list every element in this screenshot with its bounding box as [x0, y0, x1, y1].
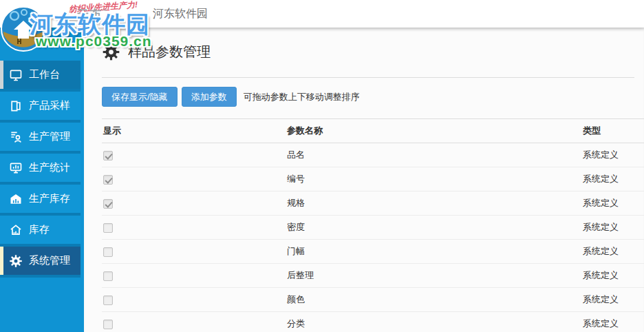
topbar: 纺织业先进生产力! 云布™ 河东软件园	[0, 0, 644, 28]
table-row[interactable]: 后整理 系统定义	[102, 264, 644, 288]
table-row[interactable]: 门幅 系统定义	[102, 240, 644, 264]
page-title: 样品参数管理	[128, 41, 211, 62]
parameters-table: 显示 参数名称 类型 品名 系统定义 编号 系统定义 规格	[102, 118, 644, 332]
param-name: 分类	[286, 312, 581, 332]
sidebar: 工作台 产品采样 生产管理	[0, 28, 84, 332]
gear-icon	[9, 254, 23, 268]
parameters-table-wrap: 显示 参数名称 类型 品名 系统定义 编号 系统定义 规格	[102, 118, 644, 332]
drag-hint-text: 可拖动参数上下移动调整排序	[244, 91, 360, 103]
sidebar-item-production-inventory[interactable]: 生产库存	[0, 185, 80, 216]
selection-marker	[0, 123, 3, 151]
warehouse-icon	[9, 192, 23, 206]
sidebar-item-label: 工作台	[29, 68, 60, 81]
home-icon	[9, 223, 23, 237]
selection-marker	[0, 216, 3, 244]
param-name: 密度	[286, 216, 581, 240]
table-row[interactable]: 密度 系统定义	[102, 216, 644, 240]
trademark-mark: ™	[102, 8, 108, 14]
param-name: 品名	[286, 143, 581, 167]
sidebar-item-production-management[interactable]: 生产管理	[0, 123, 80, 154]
sidebar-item-production-statistics[interactable]: 生产统计	[0, 154, 80, 185]
param-type: 系统定义	[581, 191, 644, 216]
gear-icon	[102, 43, 120, 61]
table-row[interactable]: 规格 系统定义	[102, 191, 644, 216]
sidebar-item-label: 生产管理	[29, 130, 70, 143]
selection-marker	[0, 61, 3, 89]
sidebar-item-system-management[interactable]: 系统管理	[0, 247, 80, 278]
app-logo-text: 云布™	[77, 6, 108, 22]
sidebar-item-label: 生产统计	[29, 161, 70, 174]
param-name: 颜色	[286, 288, 581, 312]
param-name: 编号	[286, 167, 581, 191]
sidebar-item-workbench[interactable]: 工作台	[0, 61, 80, 92]
table-row[interactable]: 品名 系统定义	[102, 143, 644, 167]
param-type: 系统定义	[581, 216, 644, 240]
chart-monitor-icon	[9, 161, 23, 175]
row-checkbox[interactable]	[103, 320, 113, 329]
param-type: 系统定义	[581, 240, 644, 264]
row-checkbox[interactable]	[103, 247, 113, 257]
param-type: 系统定义	[581, 288, 644, 312]
table-header-row: 显示 参数名称 类型	[102, 119, 644, 143]
param-type: 系统定义	[581, 167, 644, 191]
table-row[interactable]: 分类 系统定义	[102, 312, 644, 332]
col-header-parameter-name: 参数名称	[286, 119, 581, 143]
row-checkbox[interactable]	[103, 223, 113, 233]
sidebar-nav: 工作台 产品采样 生产管理	[0, 61, 84, 278]
sidebar-item-label: 产品采样	[29, 99, 70, 112]
main-content: 样品参数管理 保存显示/隐藏 添加参数 可拖动参数上下移动调整排序 显示 参数名…	[84, 28, 644, 332]
sidebar-item-inventory[interactable]: 库存	[0, 216, 80, 247]
selection-marker	[0, 185, 3, 213]
monitor-icon	[9, 68, 23, 82]
page-header: 样品参数管理	[84, 28, 644, 77]
param-name: 门幅	[286, 240, 581, 264]
param-name: 后整理	[286, 264, 581, 288]
sidebar-item-label: 系统管理	[29, 254, 70, 267]
row-checkbox[interactable]	[103, 151, 113, 160]
table-row[interactable]: 编号 系统定义	[102, 167, 644, 191]
sidebar-item-product-sampling[interactable]: 产品采样	[0, 92, 80, 123]
selection-marker	[0, 92, 3, 120]
brand-name: 云布	[77, 8, 102, 21]
col-header-show: 显示	[102, 119, 286, 143]
selection-marker	[0, 154, 3, 182]
param-type: 系统定义	[581, 143, 644, 167]
row-checkbox[interactable]	[103, 295, 113, 305]
param-type: 系统定义	[581, 312, 644, 332]
toolbar: 保存显示/隐藏 添加参数 可拖动参数上下移动调整排序	[102, 87, 634, 107]
table-row[interactable]: 颜色 系统定义	[102, 288, 644, 312]
row-checkbox[interactable]	[103, 199, 113, 209]
save-show-hide-button[interactable]: 保存显示/隐藏	[102, 87, 178, 107]
selection-marker	[0, 247, 3, 275]
col-header-type: 类型	[581, 119, 644, 143]
add-parameter-button[interactable]: 添加参数	[182, 87, 237, 107]
book-icon	[9, 99, 23, 113]
site-title: 河东软件园	[153, 7, 208, 21]
param-name: 规格	[286, 191, 581, 216]
person-doc-icon	[9, 130, 23, 144]
sidebar-item-label: 库存	[29, 223, 50, 236]
divider	[102, 77, 634, 78]
row-checkbox[interactable]	[103, 175, 113, 185]
row-checkbox[interactable]	[103, 271, 113, 281]
param-type: 系统定义	[581, 264, 644, 288]
sidebar-item-label: 生产库存	[29, 192, 70, 205]
